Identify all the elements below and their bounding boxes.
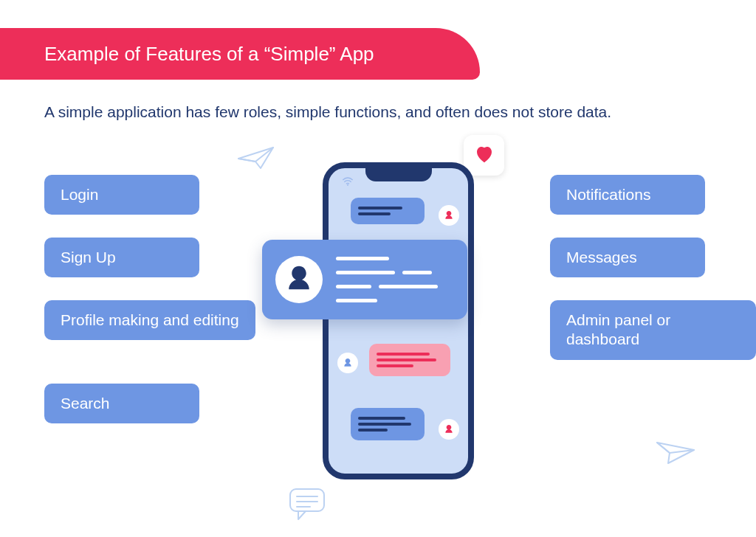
feature-pill-profile: Profile making and editing — [44, 300, 255, 340]
chat-card-lines — [336, 252, 454, 308]
feature-label: Messages — [566, 249, 637, 266]
svg-point-4 — [347, 184, 348, 186]
chat-bubble-icon — [288, 487, 331, 525]
feature-label: Sign Up — [61, 249, 116, 266]
feature-pill-login: Login — [44, 175, 199, 215]
title-banner: Example of Features of a “Simple” App — [0, 28, 480, 80]
feature-label: Search — [61, 395, 110, 412]
paper-plane-icon — [236, 144, 279, 172]
feature-label: Notifications — [566, 186, 650, 203]
avatar-icon — [439, 205, 459, 226]
subtitle-row: A simple application has few roles, simp… — [44, 103, 726, 121]
chat-bubble — [351, 198, 425, 224]
wifi-icon — [342, 176, 354, 189]
page-title: Example of Features of a “Simple” App — [44, 43, 374, 66]
avatar-icon — [439, 419, 459, 440]
chat-bubble — [369, 344, 450, 376]
paper-plane-icon — [653, 437, 696, 466]
heart-badge — [464, 135, 504, 176]
feature-label: Admin panel or dashboard — [566, 311, 670, 347]
feature-pill-messages: Messages — [550, 238, 705, 277]
feature-pill-signup: Sign Up — [44, 238, 199, 277]
heart-icon — [473, 143, 495, 168]
svg-rect-0 — [290, 489, 324, 511]
chat-bubble — [351, 408, 425, 440]
feature-pill-admin: Admin panel or dashboard — [550, 300, 756, 360]
phone-notch — [365, 167, 432, 181]
chat-card — [262, 240, 467, 319]
avatar-icon — [275, 256, 323, 303]
feature-label: Profile making and editing — [61, 311, 239, 328]
subtitle: A simple application has few roles, simp… — [44, 103, 726, 121]
avatar-icon — [337, 353, 358, 373]
feature-pill-notifications: Notifications — [550, 175, 705, 215]
feature-label: Login — [61, 186, 98, 203]
phone-illustration — [323, 162, 474, 479]
feature-pill-search: Search — [44, 384, 199, 423]
